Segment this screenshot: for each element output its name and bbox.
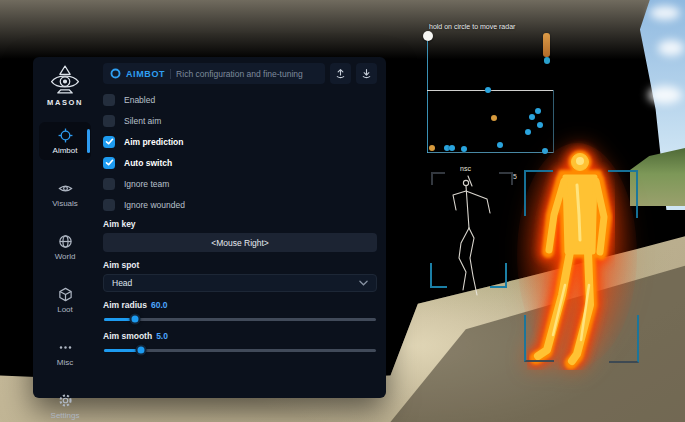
sidebar-item-settings[interactable]: Settings — [39, 387, 91, 422]
panel-title-bar: AIMBOT Rich configuration and fine-tunin… — [103, 63, 325, 84]
slider-thumb[interactable] — [129, 314, 140, 325]
checkbox-enabled[interactable]: Enabled — [103, 93, 377, 106]
aim-smooth-slider[interactable] — [103, 344, 377, 356]
checkbox[interactable] — [103, 178, 115, 190]
checkbox[interactable] — [103, 94, 115, 106]
sidebar-item-world[interactable]: World — [39, 228, 91, 266]
sidebar-item-label: Misc — [57, 358, 73, 367]
checkbox-aim-prediction[interactable]: Aim prediction — [103, 135, 377, 148]
panel-subtitle: Rich configuration and fine-tuning — [176, 69, 303, 79]
brand-name: MASON — [47, 98, 83, 107]
crosshair-icon — [58, 128, 73, 143]
checkbox[interactable] — [103, 199, 115, 211]
checkbox-auto-switch[interactable]: Auto switch — [103, 156, 377, 169]
dots-icon — [58, 340, 73, 355]
aim-radius-label-row: Aim radius 60.0 — [103, 300, 377, 310]
check-icon — [105, 158, 114, 167]
globe-icon — [58, 234, 73, 249]
checkbox-ignore-team[interactable]: Ignore team — [103, 177, 377, 190]
eye-icon — [58, 181, 73, 196]
checkbox-label: Auto switch — [124, 158, 172, 168]
radar-dot — [497, 142, 503, 148]
sidebar-item-label: Loot — [57, 305, 73, 314]
radar-dot — [449, 145, 455, 151]
chevron-down-icon — [359, 280, 368, 286]
aim-smooth-label: Aim smooth — [103, 331, 152, 341]
aim-spot-value: Head — [112, 278, 359, 288]
gear-icon — [58, 393, 73, 408]
radar-dot — [485, 87, 491, 93]
panel-title: AIMBOT — [126, 69, 165, 79]
aim-spot-label: Aim spot — [103, 260, 377, 270]
masonic-eye-icon — [47, 65, 83, 96]
slider-thumb[interactable] — [136, 345, 147, 356]
check-icon — [105, 137, 114, 146]
player-box-corner — [524, 315, 554, 362]
upload-icon — [335, 68, 346, 79]
aim-spot-select[interactable]: Head — [103, 274, 377, 292]
checkbox[interactable] — [103, 115, 115, 127]
active-indicator — [87, 129, 90, 153]
aimbot-panel: AIMBOT Rich configuration and fine-tunin… — [97, 57, 386, 398]
sidebar-item-misc[interactable]: Misc — [39, 334, 91, 372]
checkbox-list: Enabled Silent aim Aim prediction Auto s… — [103, 93, 377, 219]
offscreen-player-bar — [543, 33, 550, 57]
sidebar-item-visuals[interactable]: Visuals — [39, 175, 91, 213]
aim-smooth-value: 5.0 — [156, 331, 168, 341]
radar-dot — [537, 122, 543, 128]
cheat-menu-window: MASON Aimbot — [33, 57, 386, 398]
radar-border-left — [427, 41, 428, 153]
player-box-corner — [609, 315, 639, 363]
panel-header: AIMBOT Rich configuration and fine-tunin… — [103, 63, 377, 84]
player-box-corner — [524, 170, 553, 216]
download-icon — [361, 68, 372, 79]
radar-dot — [529, 114, 535, 120]
checkbox-label: Aim prediction — [124, 137, 184, 147]
checkbox-label: Enabled — [124, 95, 155, 105]
slider-track[interactable] — [104, 318, 376, 321]
sidebar-item-label: World — [55, 252, 76, 261]
sidebar-item-loot[interactable]: Loot — [39, 281, 91, 319]
cube-icon — [58, 287, 73, 302]
sidebar: MASON Aimbot — [33, 57, 97, 398]
checkbox-label: Ignore wounded — [124, 200, 185, 210]
aim-smooth-label-row: Aim smooth 5.0 — [103, 331, 377, 341]
import-config-button[interactable] — [330, 63, 351, 84]
aim-radius-slider[interactable] — [103, 313, 377, 325]
aim-key-label: Aim key — [103, 219, 377, 229]
radar-dot — [535, 108, 541, 114]
target-ring-icon — [110, 68, 121, 79]
checkbox-ignore-wounded[interactable]: Ignore wounded — [103, 198, 377, 211]
sidebar-item-label: Aimbot — [53, 146, 78, 155]
checkbox-silent-aim[interactable]: Silent aim — [103, 114, 377, 127]
sidebar-item-label: Settings — [51, 411, 80, 420]
title-divider — [170, 69, 171, 79]
radar-hint-text: hold on circle to move radar — [429, 23, 515, 30]
export-config-button[interactable] — [356, 63, 377, 84]
radar-dot — [461, 146, 467, 152]
aim-radius-value: 60.0 — [151, 300, 168, 310]
aim-radius-label: Aim radius — [103, 300, 147, 310]
brand-logo: MASON — [47, 65, 83, 107]
checkbox[interactable] — [103, 157, 115, 169]
checkbox-label: Ignore team — [124, 179, 169, 189]
checkbox[interactable] — [103, 136, 115, 148]
radar-dot — [491, 115, 497, 121]
checkbox-label: Silent aim — [124, 116, 161, 126]
radar-dot — [429, 145, 435, 151]
radar-move-handle[interactable] — [423, 31, 433, 41]
aim-key-button[interactable]: <Mouse Right> — [103, 233, 377, 252]
sidebar-item-label: Visuals — [52, 199, 78, 208]
sidebar-item-aimbot[interactable]: Aimbot — [39, 122, 91, 160]
offscreen-player-bar-cap — [544, 57, 550, 64]
player-box-corner — [608, 170, 638, 218]
game-screen: hold on circle to move radar nsc 5 — [0, 0, 685, 422]
